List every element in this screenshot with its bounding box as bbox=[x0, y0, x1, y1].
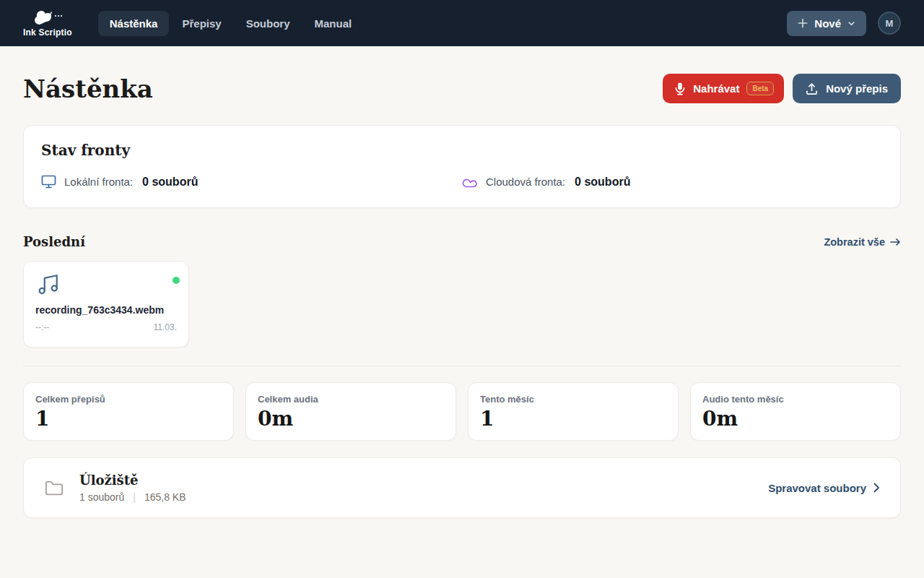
chevron-right-icon bbox=[873, 483, 880, 493]
logo-dog-icon bbox=[31, 9, 64, 30]
meta-separator: | bbox=[133, 491, 136, 503]
nav-item-prepisy[interactable]: Přepisy bbox=[170, 11, 232, 36]
stat-value: 0m bbox=[258, 407, 444, 431]
nav-item-soubory[interactable]: Soubory bbox=[235, 11, 302, 36]
storage-files-count: 1 souborů bbox=[79, 491, 124, 503]
recent-section-header: Poslední Zobrazit vše bbox=[23, 234, 901, 249]
stat-value: 0m bbox=[702, 407, 889, 431]
new-transcript-label: Nový přepis bbox=[826, 82, 888, 95]
app-logo[interactable]: Ink Scriptio bbox=[23, 9, 72, 38]
queue-row: Lokální fronta: 0 souborů Cloudová front… bbox=[41, 175, 883, 189]
record-button[interactable]: Nahrávat Beta bbox=[663, 74, 784, 103]
new-dropdown-label: Nové bbox=[814, 17, 841, 30]
plus-icon bbox=[798, 18, 808, 28]
cloud-queue-item: Cloudová fronta: 0 souborů bbox=[462, 175, 883, 189]
stats-row: Celkem přepisů 1 Celkem audia 0m Tento m… bbox=[23, 382, 901, 441]
stat-label: Audio tento měsíc bbox=[702, 394, 889, 405]
music-note-icon bbox=[35, 272, 60, 297]
recording-meta: --:-- 11.03. bbox=[35, 322, 177, 332]
local-queue-value: 0 souborů bbox=[142, 176, 198, 189]
monitor-icon bbox=[41, 175, 56, 189]
recording-duration: --:-- bbox=[35, 322, 49, 332]
stat-label: Tento měsíc bbox=[480, 394, 666, 405]
view-all-label: Zobrazit vše bbox=[824, 236, 885, 248]
recording-date: 11.03. bbox=[154, 322, 177, 332]
view-all-link[interactable]: Zobrazit vše bbox=[824, 236, 901, 248]
stat-card-total-audio: Celkem audia 0m bbox=[245, 382, 456, 441]
arrow-right-icon bbox=[890, 238, 901, 246]
status-dot bbox=[173, 277, 180, 284]
primary-nav: Nástěnka Přepisy Soubory Manual bbox=[98, 11, 363, 36]
stat-card-audio-this-month: Audio tento měsíc 0m bbox=[690, 382, 901, 441]
microphone-icon bbox=[674, 82, 686, 96]
main-content: Nástěnka Nahrávat Beta bbox=[23, 74, 901, 518]
recent-recording-card[interactable]: recording_763c3434.webm --:-- 11.03. bbox=[23, 261, 189, 348]
stat-value: 1 bbox=[35, 407, 222, 431]
folder-icon bbox=[44, 479, 64, 496]
user-avatar[interactable]: M bbox=[878, 12, 901, 35]
header-actions: Nahrávat Beta Nový přepis bbox=[663, 74, 901, 103]
stat-value: 1 bbox=[480, 407, 666, 431]
new-transcript-button[interactable]: Nový přepis bbox=[793, 74, 901, 103]
chevron-down-icon bbox=[847, 20, 855, 27]
manage-files-link[interactable]: Spravovat soubory bbox=[768, 482, 880, 494]
upload-icon bbox=[806, 82, 818, 95]
navbar-right: Nové M bbox=[787, 11, 901, 36]
cloud-icon bbox=[462, 176, 478, 188]
record-button-label: Nahrávat bbox=[693, 82, 739, 95]
stat-label: Celkem přepisů bbox=[35, 394, 222, 405]
stat-label: Celkem audia bbox=[258, 394, 444, 405]
nav-item-manual[interactable]: Manual bbox=[303, 11, 364, 36]
storage-title: Úložiště bbox=[79, 473, 186, 488]
nav-item-nastenka[interactable]: Nástěnka bbox=[98, 11, 170, 36]
queue-status-card: Stav fronty Lokální fronta: 0 souborů bbox=[23, 125, 901, 208]
storage-card: Úložiště 1 souborů | 165,8 KB Spravovat … bbox=[23, 457, 901, 518]
local-queue-item: Lokální fronta: 0 souborů bbox=[41, 175, 462, 189]
manage-files-label: Spravovat soubory bbox=[768, 482, 866, 494]
avatar-initial: M bbox=[886, 18, 894, 29]
storage-size: 165,8 KB bbox=[144, 491, 186, 503]
page-title: Nástěnka bbox=[23, 74, 153, 103]
stat-card-this-month: Tento měsíc 1 bbox=[468, 382, 679, 441]
storage-info: Úložiště 1 souborů | 165,8 KB bbox=[44, 473, 186, 503]
beta-badge: Beta bbox=[746, 82, 774, 95]
storage-meta: 1 souborů | 165,8 KB bbox=[79, 491, 186, 503]
recent-title: Poslední bbox=[23, 234, 85, 249]
storage-text: Úložiště 1 souborů | 165,8 KB bbox=[79, 473, 186, 503]
cloud-queue-label: Cloudová fronta: bbox=[486, 176, 565, 188]
local-queue-label: Lokální fronta: bbox=[64, 176, 133, 188]
section-divider bbox=[23, 366, 901, 366]
recording-filename: recording_763c3434.webm bbox=[35, 304, 177, 316]
navbar: Ink Scriptio Nástěnka Přepisy Soubory Ma… bbox=[0, 0, 924, 46]
logo-text: Ink Scriptio bbox=[23, 27, 72, 38]
cloud-queue-value: 0 souborů bbox=[575, 176, 630, 189]
stat-card-total-transcripts: Celkem přepisů 1 bbox=[23, 382, 234, 441]
queue-card-title: Stav fronty bbox=[41, 142, 883, 159]
page-header: Nástěnka Nahrávat Beta bbox=[23, 74, 901, 103]
new-dropdown-button[interactable]: Nové bbox=[787, 11, 866, 36]
